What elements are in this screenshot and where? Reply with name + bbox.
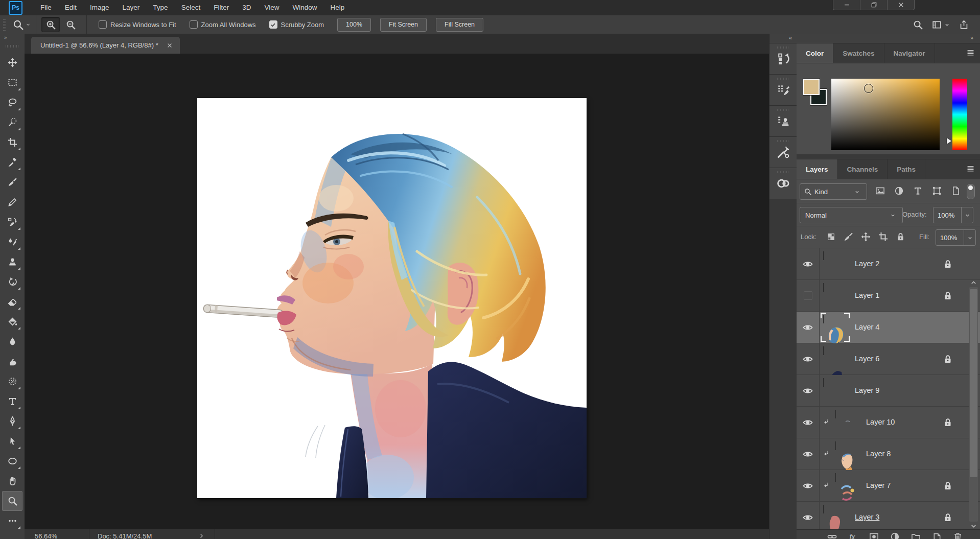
opacity-input[interactable]: 100% xyxy=(933,207,973,223)
hue-slider[interactable] xyxy=(952,79,967,150)
dock-brush-settings[interactable] xyxy=(769,75,797,106)
menu-filter[interactable]: Filter xyxy=(207,0,236,15)
menu-edit[interactable]: Edit xyxy=(58,0,83,15)
hue-slider-pointer[interactable] xyxy=(947,138,951,144)
history-brush-tool[interactable] xyxy=(2,272,22,292)
share-icon[interactable] xyxy=(959,20,969,30)
menu-file[interactable]: File xyxy=(34,0,58,15)
menu-3d[interactable]: 3D xyxy=(236,0,258,15)
layer-name[interactable]: Layer 10 xyxy=(866,418,895,426)
lasso-tool[interactable] xyxy=(2,92,22,112)
shape-filter-icon[interactable] xyxy=(932,186,942,196)
fill-input[interactable]: 100% xyxy=(936,229,976,246)
layer-row-layer-1[interactable]: Layer 1 xyxy=(797,280,980,312)
fill-value[interactable]: 100% xyxy=(936,234,964,242)
dock-history-panel[interactable] xyxy=(769,43,797,75)
document-tab[interactable]: Untitled-1 @ 56.6% (Layer 4, RGB/8#) * xyxy=(31,37,180,54)
panels-expand-button[interactable]: » xyxy=(797,34,980,43)
color-tab-color[interactable]: Color xyxy=(797,43,833,63)
pic-filter-icon[interactable] xyxy=(875,186,885,196)
color-tab-swatches[interactable]: Swatches xyxy=(833,43,884,63)
layers-scrollbar[interactable] xyxy=(969,279,978,530)
scrollbar-thumb[interactable] xyxy=(970,289,977,477)
scroll-up-icon[interactable] xyxy=(970,279,977,287)
filter-kind-dropdown[interactable]: Kind xyxy=(800,183,867,200)
button-fill-screen[interactable]: Fill Screen xyxy=(436,18,483,32)
zoom-tool[interactable] xyxy=(2,491,22,511)
color-tab-navigator[interactable]: Navigator xyxy=(884,43,935,63)
layers-tab-channels[interactable]: Channels xyxy=(838,159,888,179)
layer-thumbnail[interactable] xyxy=(823,315,847,339)
blend-mode-dropdown[interactable]: Normal xyxy=(800,207,903,223)
visibility-toggle[interactable] xyxy=(797,280,820,311)
menu-image[interactable]: Image xyxy=(83,0,116,15)
close-tab-icon[interactable] xyxy=(167,42,173,49)
layer-name[interactable]: Layer 3 xyxy=(855,513,879,521)
window-minimize-button[interactable] xyxy=(833,0,860,10)
visibility-toggle[interactable] xyxy=(797,343,820,374)
layer-name[interactable]: Layer 7 xyxy=(866,481,891,489)
dock-clone-source[interactable] xyxy=(769,106,797,137)
crop-tool[interactable] xyxy=(2,132,22,152)
brush-tool[interactable] xyxy=(2,172,22,192)
layers-tab-layers[interactable]: Layers xyxy=(797,159,838,179)
layer-row-layer-3[interactable]: Layer 3 xyxy=(797,502,980,533)
toggle-zoom-all-windows[interactable]: Zoom All Windows xyxy=(190,20,256,29)
visibility-toggle[interactable] xyxy=(797,470,820,501)
pen-tool[interactable] xyxy=(2,411,22,431)
content-aware-move-tool[interactable] xyxy=(2,212,22,232)
workspace-switcher[interactable] xyxy=(932,20,950,30)
new-layer-icon[interactable] xyxy=(932,532,942,539)
new-adjustment-icon[interactable] xyxy=(890,532,900,539)
pencil-tool[interactable] xyxy=(2,192,22,212)
layer-styles-icon[interactable]: fx xyxy=(848,532,858,539)
lock-all-icon[interactable] xyxy=(896,232,905,242)
filter-toggle-switch[interactable] xyxy=(967,184,975,199)
zoom-out-button[interactable] xyxy=(62,17,79,32)
dock-creative-cloud[interactable] xyxy=(769,168,797,199)
link-layers-icon[interactable] xyxy=(827,532,837,539)
type-tool[interactable] xyxy=(2,391,22,411)
button-fit-screen[interactable]: Fit Screen xyxy=(380,18,427,32)
type-filter-icon[interactable] xyxy=(913,186,923,196)
menu-view[interactable]: View xyxy=(258,0,286,15)
lock-artboard-icon[interactable] xyxy=(878,232,888,242)
new-group-icon[interactable] xyxy=(911,532,921,539)
window-restore-button[interactable] xyxy=(860,0,887,10)
layer-name[interactable]: Layer 2 xyxy=(855,260,879,268)
menu-type[interactable]: Type xyxy=(146,0,174,15)
lock-pixels-icon[interactable] xyxy=(844,232,853,242)
menu-help[interactable]: Help xyxy=(323,0,351,15)
eyedropper-tool[interactable] xyxy=(2,152,22,172)
dock-tool-presets[interactable] xyxy=(769,137,797,168)
panel-menu-icon[interactable] xyxy=(966,165,975,173)
document-canvas[interactable] xyxy=(197,98,587,498)
visibility-toggle[interactable] xyxy=(797,438,820,470)
layer-row-layer-10[interactable]: Layer 10 xyxy=(797,407,980,438)
smartobj-filter-icon[interactable] xyxy=(951,186,961,196)
layer-name[interactable]: Layer 1 xyxy=(855,291,879,299)
status-menu-chevron-icon[interactable] xyxy=(198,533,204,539)
lock-transparent-icon[interactable] xyxy=(826,232,836,242)
window-close-button[interactable] xyxy=(887,0,914,10)
move-tool[interactable] xyxy=(2,53,22,73)
foreground-color-swatch[interactable] xyxy=(803,79,820,95)
dock-collapse-button[interactable]: « xyxy=(769,34,797,43)
layer-thumbnail[interactable] xyxy=(823,505,847,529)
opacity-value[interactable]: 100% xyxy=(934,212,961,219)
color-field[interactable] xyxy=(831,79,940,150)
layer-thumbnail[interactable] xyxy=(823,284,847,308)
adjustment-filter-icon[interactable] xyxy=(894,186,904,196)
add-mask-icon[interactable] xyxy=(869,532,879,539)
layer-thumbnail[interactable] xyxy=(823,347,847,371)
visibility-toggle[interactable] xyxy=(797,248,820,279)
ellipse-tool[interactable] xyxy=(2,451,22,471)
current-tool-button[interactable] xyxy=(13,19,31,30)
layer-thumbnail[interactable] xyxy=(835,442,859,466)
panel-menu-icon[interactable] xyxy=(966,49,975,57)
fill-dropdown[interactable] xyxy=(964,230,975,245)
toggle-resize-windows-to-fit[interactable]: Resize Windows to Fit xyxy=(99,20,176,29)
layer-row-layer-4[interactable]: Layer 4 xyxy=(797,312,980,343)
smudge-tool[interactable] xyxy=(2,351,22,371)
sponge-tool[interactable] xyxy=(2,371,22,391)
